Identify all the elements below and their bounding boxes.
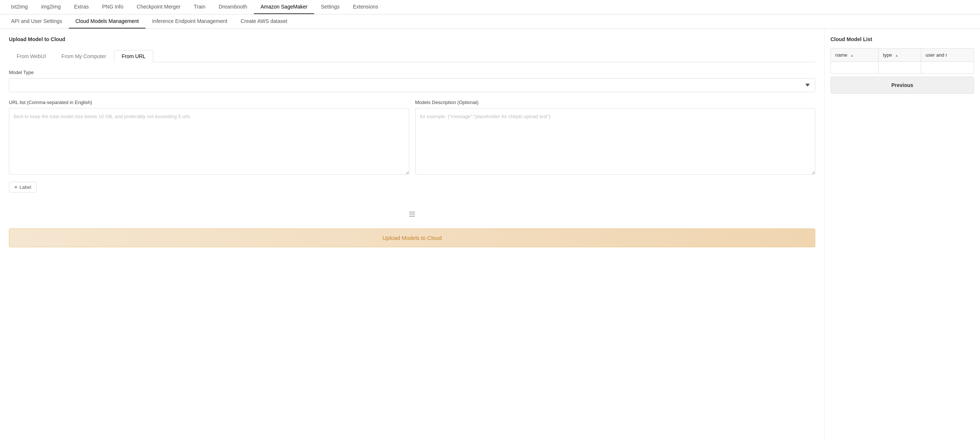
sub-nav-item-api-user-settings[interactable]: API and User Settings [5, 14, 69, 29]
table-empty-row [831, 62, 974, 74]
url-list-col: URL list (Comma-separated in English) [9, 100, 409, 176]
center-icon-area: ≡ [9, 200, 815, 228]
table-body [831, 62, 974, 74]
model-type-label: Model Type [9, 70, 815, 75]
col-name-label: name [835, 52, 848, 58]
top-nav-item-amazon-sagemaker[interactable]: Amazon SageMaker [254, 0, 314, 14]
top-nav-item-settings[interactable]: Settings [314, 0, 347, 14]
previous-button[interactable]: Previous [830, 77, 974, 94]
sub-nav-item-create-aws[interactable]: Create AWS dataset [234, 14, 294, 29]
label-icon: ≡ [14, 184, 18, 190]
label-button-text: Label [20, 184, 32, 190]
url-list-textarea[interactable] [9, 108, 409, 175]
sub-nav-item-cloud-models[interactable]: Cloud Models Management [69, 14, 145, 29]
col-user-label: user and r [926, 52, 947, 58]
right-panel: Cloud Model List name ▲ type ▲ user and … [824, 29, 980, 441]
col-name[interactable]: name ▲ [831, 48, 878, 62]
main-layout: Upload Model to Cloud From WebUIFrom My … [0, 29, 980, 441]
upload-tab-from-my-computer[interactable]: From My Computer [54, 50, 114, 62]
url-description-row: URL list (Comma-separated in English) Mo… [9, 100, 815, 176]
upload-tab-from-webui[interactable]: From WebUI [9, 50, 54, 62]
top-nav-item-train[interactable]: Train [187, 0, 212, 14]
top-nav-item-txt2img[interactable]: txt2img [5, 0, 34, 14]
model-type-select[interactable] [9, 78, 815, 92]
top-nav-item-png-info[interactable]: PNG Info [95, 0, 130, 14]
table-header-row: name ▲ type ▲ user and r [831, 48, 974, 62]
left-panel: Upload Model to Cloud From WebUIFrom My … [0, 29, 824, 441]
url-list-label: URL list (Comma-separated in English) [9, 100, 409, 105]
table-header: name ▲ type ▲ user and r [831, 48, 974, 62]
top-nav-item-checkpoint-merger[interactable]: Checkpoint Merger [130, 0, 187, 14]
description-label: Models Description (Optional) [415, 100, 816, 105]
col-type[interactable]: type ▲ [878, 48, 921, 62]
top-nav-item-img2img[interactable]: img2img [34, 0, 67, 14]
upload-tabs: From WebUIFrom My ComputerFrom URL [9, 49, 815, 62]
top-nav-item-dreambooth[interactable]: Dreambooth [212, 0, 254, 14]
empty-cell-3 [921, 62, 974, 74]
cloud-model-list-title: Cloud Model List [830, 36, 974, 42]
description-textarea[interactable] [415, 108, 816, 175]
description-col: Models Description (Optional) [415, 100, 816, 176]
list-icon: ≡ [409, 207, 415, 221]
label-button[interactable]: ≡ Label [9, 182, 37, 193]
upload-panel-title: Upload Model to Cloud [9, 36, 815, 42]
type-sort-icon[interactable]: ▲ [895, 53, 899, 57]
top-nav-item-extensions[interactable]: Extensions [346, 0, 385, 14]
empty-cell-2 [878, 62, 921, 74]
name-sort-icon[interactable]: ▲ [850, 53, 854, 57]
sub-nav-item-inference-endpoint[interactable]: Inference Endpoint Management [145, 14, 234, 29]
cloud-model-table: name ▲ type ▲ user and r [830, 48, 974, 74]
col-type-label: type [883, 52, 892, 58]
top-nav-item-extras[interactable]: Extras [67, 0, 95, 14]
empty-cell-1 [831, 62, 878, 74]
sub-nav: API and User SettingsCloud Models Manage… [0, 14, 980, 29]
top-nav: txt2imgimg2imgExtrasPNG InfoCheckpoint M… [0, 0, 980, 14]
upload-tab-from-url[interactable]: From URL [114, 50, 154, 62]
upload-models-button[interactable]: Upload Models to Cloud [9, 228, 815, 247]
col-user-and-more: user and r [921, 48, 974, 62]
